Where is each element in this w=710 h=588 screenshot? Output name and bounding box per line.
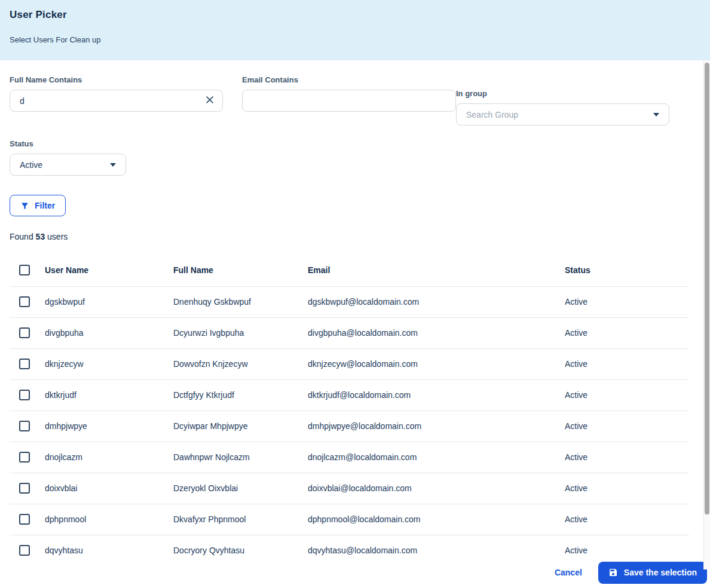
row-checkbox[interactable] [19, 327, 30, 338]
cell-status: Active [565, 379, 689, 411]
cell-status: Active [565, 348, 689, 379]
row-checkbox[interactable] [19, 545, 30, 556]
user-picker-dialog: User Picker Select Users For Clean up Fu… [0, 0, 710, 588]
results-count-suffix: users [47, 232, 68, 241]
select-all-checkbox[interactable] [19, 265, 30, 275]
cell-username: dnojlcazm [45, 442, 173, 473]
status-select[interactable]: Active [10, 154, 126, 176]
cell-username: dktkrjudf [45, 379, 173, 411]
row-checkbox[interactable] [19, 483, 30, 494]
cell-email: dmhpjwpye@localdomain.com [308, 411, 565, 442]
cell-username: doixvblai [45, 473, 173, 504]
group-select[interactable]: Search Group [456, 103, 669, 125]
dialog-header: User Picker Select Users For Clean up [0, 0, 710, 60]
cell-email: dgskbwpuf@localdomain.com [308, 286, 565, 317]
scrollbar-track[interactable] [703, 60, 710, 569]
group-filter-field: In group Search Group [456, 89, 669, 125]
cell-email: divgbpuha@localdomain.com [308, 317, 565, 348]
cell-fullname: Dcyurwzi Ivgbpuha [173, 317, 308, 348]
page-subtitle: Select Users For Clean up [10, 35, 700, 44]
cell-status: Active [565, 317, 689, 348]
row-checkbox[interactable] [19, 514, 30, 525]
table-row: dknjzecyw Dowvofzn Knjzecyw dknjzecyw@lo… [10, 348, 689, 379]
cell-fullname: Dnenhuqy Gskbwpuf [173, 286, 308, 317]
cell-status: Active [565, 473, 689, 504]
users-table: User Name Full Name Email Status dgskbwp… [10, 254, 689, 566]
cancel-button[interactable]: Cancel [549, 563, 588, 582]
cell-fullname: Dkvafyxr Phpnmool [173, 504, 308, 535]
cell-status: Active [565, 504, 689, 535]
column-header-username: User Name [45, 254, 173, 286]
cell-username: dphpnmool [45, 504, 173, 535]
funnel-icon [20, 201, 29, 210]
status-filter-label: Status [10, 139, 126, 148]
cell-email: dktkrjudf@localdomain.com [308, 379, 565, 411]
cell-email: dphpnmool@localdomain.com [308, 504, 565, 535]
table-row: divgbpuha Dcyurwzi Ivgbpuha divgbpuha@lo… [10, 317, 689, 348]
full-name-input-wrap [10, 90, 223, 112]
full-name-filter-label: Full Name Contains [10, 75, 223, 84]
floppy-disk-icon [608, 568, 618, 577]
table-body: dgskbwpuf Dnenhuqy Gskbwpuf dgskbwpuf@lo… [10, 286, 689, 566]
column-header-status: Status [565, 254, 689, 286]
full-name-filter-field: Full Name Contains [10, 75, 223, 125]
row-checkbox[interactable] [19, 421, 30, 431]
full-name-filter-input[interactable] [10, 90, 223, 112]
row-checkbox[interactable] [19, 390, 30, 400]
row-checkbox[interactable] [19, 296, 30, 307]
table-row: dnojlcazm Dawhnpwr Nojlcazm dnojlcazm@lo… [10, 442, 689, 473]
email-filter-label: Email Contains [242, 75, 456, 84]
cell-email: doixvblai@localdomain.com [308, 473, 565, 504]
row-checkbox[interactable] [19, 452, 30, 463]
scrollbar-thumb[interactable] [705, 63, 709, 514]
cell-status: Active [565, 411, 689, 442]
cell-username: dknjzecyw [45, 348, 173, 379]
email-input-wrap [242, 90, 456, 112]
results-count: Found 53 users [10, 232, 700, 241]
save-button[interactable]: Save the selection [598, 562, 707, 584]
results-count-prefix: Found [10, 232, 33, 241]
group-filter-label: In group [456, 89, 669, 98]
filter-button[interactable]: Filter [10, 195, 66, 216]
cell-fullname: Dzeryokl Oixvblai [173, 473, 308, 504]
group-select-placeholder: Search Group [466, 110, 518, 120]
email-filter-input[interactable] [242, 90, 456, 112]
table-row: dktkrjudf Dctfgfyy Ktkrjudf dktkrjudf@lo… [10, 379, 689, 411]
chevron-down-icon [110, 163, 116, 167]
table-row: doixvblai Dzeryokl Oixvblai doixvblai@lo… [10, 473, 689, 504]
email-filter-field: Email Contains [242, 75, 456, 125]
save-button-label: Save the selection [624, 568, 697, 577]
cell-username: dgskbwpuf [45, 286, 173, 317]
cell-email: dnojlcazm@localdomain.com [308, 442, 565, 473]
column-header-email: Email [308, 254, 565, 286]
clear-button[interactable] [203, 94, 217, 108]
table-row: dgskbwpuf Dnenhuqy Gskbwpuf dgskbwpuf@lo… [10, 286, 689, 317]
filters-section: Full Name Contains Email Contains [0, 60, 710, 241]
table-row: dmhpjwpye Dcyiwpar Mhpjwpye dmhpjwpye@lo… [10, 411, 689, 442]
cell-status: Active [565, 442, 689, 473]
page-title: User Picker [10, 9, 700, 21]
cell-username: divgbpuha [45, 317, 173, 348]
cell-status: Active [565, 286, 689, 317]
x-icon [205, 95, 215, 106]
row-checkbox[interactable] [19, 359, 30, 369]
table-header: User Name Full Name Email Status [10, 254, 689, 286]
filter-button-label: Filter [35, 201, 55, 210]
cell-fullname: Dcyiwpar Mhpjwpye [173, 411, 308, 442]
status-select-value: Active [20, 160, 42, 170]
table-row: dphpnmool Dkvafyxr Phpnmool dphpnmool@lo… [10, 504, 689, 535]
filter-grid: Full Name Contains Email Contains [10, 75, 700, 176]
cell-fullname: Dctfgfyy Ktkrjudf [173, 379, 308, 411]
cell-fullname: Dowvofzn Knjzecyw [173, 348, 308, 379]
dialog-footer: Cancel Save the selection [0, 557, 710, 588]
table-header-row: User Name Full Name Email Status [10, 254, 689, 286]
column-header-fullname: Full Name [173, 254, 308, 286]
cell-fullname: Dawhnpwr Nojlcazm [173, 442, 308, 473]
chevron-down-icon [653, 113, 659, 117]
status-filter-field: Status Active [10, 139, 126, 176]
cell-username: dmhpjwpye [45, 411, 173, 442]
results-count-number: 53 [36, 232, 45, 241]
cell-email: dknjzecyw@localdomain.com [308, 348, 565, 379]
